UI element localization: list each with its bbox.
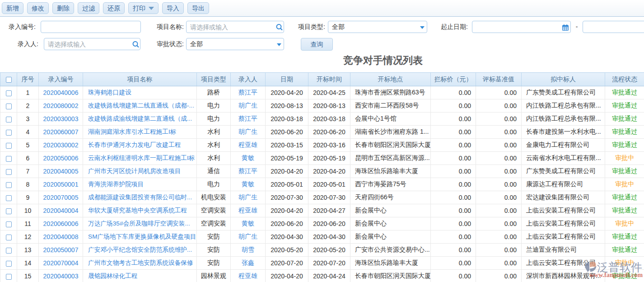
cell-entry-person-link[interactable]: 蔡江平 bbox=[238, 89, 257, 96]
cell-project-name-link[interactable]: 改建铁路成渝线增建第二直通线（成... bbox=[88, 115, 192, 122]
cell-project-name: 广州市天河区统计局机房改造项目 bbox=[83, 165, 197, 178]
calendar-icon[interactable] bbox=[562, 24, 569, 31]
status-badge[interactable]: 审批中 bbox=[615, 180, 634, 188]
print-button[interactable]: 打印 bbox=[128, 2, 159, 14]
row-checkbox[interactable] bbox=[6, 221, 12, 227]
status-badge[interactable]: 审批通过 bbox=[612, 89, 637, 96]
cell-entry-person-link[interactable]: 胡雪 bbox=[242, 246, 254, 253]
row-checkbox[interactable] bbox=[6, 235, 12, 240]
cell-entry-person-link[interactable]: 黄敏 bbox=[242, 180, 254, 188]
cell-project-name-link[interactable]: 珠海鹤港口建设 bbox=[88, 89, 131, 96]
export-button[interactable]: 导出 bbox=[187, 2, 209, 14]
status-badge[interactable]: 审批通过 bbox=[612, 193, 637, 201]
cell-project-name-link[interactable]: 成都能源建设集团投资有限公司临时... bbox=[88, 194, 192, 201]
delete-button[interactable]: 删除 bbox=[52, 2, 74, 14]
status-badge[interactable]: 审批中 bbox=[615, 259, 634, 266]
cell-entry-code-link[interactable]: 2020080002 bbox=[43, 102, 79, 109]
row-checkbox[interactable] bbox=[6, 103, 12, 109]
row-checkbox[interactable] bbox=[6, 274, 12, 280]
row-checkbox[interactable] bbox=[6, 182, 12, 188]
approval-status-select[interactable]: 全部 bbox=[186, 38, 284, 50]
cell-project-name-link[interactable]: 广州市天河区统计局机房改造项目 bbox=[88, 168, 181, 174]
status-badge[interactable]: 审批通过 bbox=[612, 167, 637, 174]
cell-entry-code-link[interactable]: 2020030002 bbox=[43, 141, 79, 149]
cell-entry-code-link[interactable]: 2020070005 bbox=[43, 194, 79, 201]
cell-project-name-link[interactable]: SM广场地下车库更换摄像机及硬盘项目 bbox=[88, 233, 196, 240]
cell-entry-person-link[interactable]: 胡广生 bbox=[238, 233, 257, 240]
cell-entry-person-link[interactable]: 张鑫 bbox=[242, 259, 254, 266]
row-checkbox[interactable] bbox=[6, 248, 12, 254]
row-checkbox[interactable] bbox=[6, 208, 12, 214]
cell-entry-code-link[interactable]: 2020040008 bbox=[43, 233, 79, 240]
cell-entry-code-link[interactable]: 2020040004 bbox=[43, 207, 79, 214]
cell-project-name-link[interactable]: 改建铁路线增建第二线直通线（成都-... bbox=[88, 102, 194, 109]
row-checkbox[interactable] bbox=[6, 130, 12, 136]
search-icon[interactable] bbox=[275, 24, 283, 31]
cell-entry-person-link[interactable]: 胡广生 bbox=[238, 102, 257, 109]
cell-entry-person-link[interactable]: 蔡江平 bbox=[238, 115, 257, 122]
status-badge[interactable]: 审批通过 bbox=[612, 115, 637, 122]
cell-checkbox bbox=[0, 257, 17, 270]
status-badge[interactable]: 审批通过 bbox=[612, 233, 637, 240]
cell-entry-code-link[interactable]: 2020030003 bbox=[43, 115, 79, 122]
row-checkbox[interactable] bbox=[6, 156, 12, 162]
row-checkbox[interactable] bbox=[6, 143, 12, 149]
status-badge[interactable]: 审批通过 bbox=[612, 102, 637, 109]
cell-checkbox bbox=[0, 244, 17, 257]
status-badge[interactable]: 审批通过 bbox=[612, 272, 637, 279]
cell-entry-person-link[interactable]: 黄敏 bbox=[242, 220, 254, 227]
row-checkbox[interactable] bbox=[6, 90, 12, 96]
entry-code-input[interactable] bbox=[41, 21, 141, 33]
date-from-input[interactable] bbox=[472, 21, 571, 33]
cell-entry-code-link[interactable]: 2020070004 bbox=[43, 259, 79, 267]
row-checkbox[interactable] bbox=[6, 117, 12, 122]
cell-project-name-link[interactable]: 晟铭园林绿化工程 bbox=[88, 273, 138, 279]
status-badge[interactable]: 审批通过 bbox=[612, 128, 637, 135]
filter-button[interactable]: 过滤 bbox=[78, 2, 99, 14]
project-name-input[interactable] bbox=[186, 21, 284, 33]
cell-entry-person-link[interactable]: 蔡江平 bbox=[238, 167, 257, 174]
search-icon[interactable] bbox=[132, 41, 139, 48]
select-all-checkbox[interactable] bbox=[6, 77, 12, 83]
new-button[interactable]: 新增 bbox=[2, 2, 23, 14]
date-to-input[interactable] bbox=[583, 21, 644, 33]
cell-entry-code-link[interactable]: 2020060007 bbox=[43, 128, 79, 136]
import-button[interactable]: 导入 bbox=[162, 2, 184, 14]
cell-entry-person-link[interactable]: 胡广生 bbox=[238, 128, 257, 135]
row-checkbox[interactable] bbox=[6, 169, 12, 175]
cell-project-name-link[interactable]: 华软大厦研究基地中央空调系统工程 bbox=[88, 207, 187, 214]
cell-entry-person-link[interactable]: 胡广生 bbox=[238, 193, 257, 201]
status-badge[interactable]: 审批通过 bbox=[612, 246, 637, 253]
cell-project-type: 水利 bbox=[197, 139, 231, 152]
query-button[interactable]: 查询 bbox=[301, 38, 333, 51]
cell-entry-code-link[interactable]: 2020040006 bbox=[43, 89, 79, 96]
project-type-select[interactable]: 全部 bbox=[328, 21, 427, 33]
cell-entry-code-link[interactable]: 2020050006 bbox=[43, 155, 79, 162]
status-badge[interactable]: 审批中 bbox=[615, 220, 634, 227]
edit-button[interactable]: 修改 bbox=[27, 2, 49, 14]
row-checkbox[interactable] bbox=[6, 261, 12, 267]
entry-person-input[interactable] bbox=[44, 38, 140, 50]
status-badge[interactable]: 审批通过 bbox=[612, 207, 637, 214]
cell-entry-person-link[interactable]: 黄敏 bbox=[242, 154, 254, 161]
cell-project-name-link[interactable]: 湖南洞庭湖水库引水工程施工I标 bbox=[88, 128, 176, 135]
cell-project-name-link[interactable]: 万达广场35#会所及咖啡厅空调安装... bbox=[88, 220, 190, 227]
cell-entry-code-link[interactable]: 2020040003 bbox=[43, 273, 79, 280]
cell-entry-code-link[interactable]: 2020040005 bbox=[43, 168, 79, 175]
cell-project-name-link[interactable]: 云南水利枢纽潜明水库一期工程施工I标 bbox=[88, 155, 195, 161]
status-badge[interactable]: 审批中 bbox=[615, 154, 634, 161]
cell-entry-person-link[interactable]: 程亚雄 bbox=[238, 272, 257, 279]
cell-entry-code-link[interactable]: 2020060006 bbox=[43, 220, 79, 227]
cell-entry-person-link[interactable]: 程亚雄 bbox=[238, 207, 257, 214]
status-badge[interactable]: 审批通过 bbox=[612, 141, 637, 148]
cell-entry-person-link[interactable]: 程亚雄 bbox=[238, 141, 257, 148]
cell-project-name-link[interactable]: 广州市文物考古工地安防系统设备保修 bbox=[88, 259, 193, 266]
cell-entry-code-link[interactable]: 2020050001 bbox=[43, 181, 79, 188]
row-checkbox[interactable] bbox=[6, 195, 12, 201]
cell-open-place-text: 海珠区怡乐路瑜丰大厦 bbox=[355, 259, 418, 266]
restore-button[interactable]: 还原 bbox=[103, 2, 125, 14]
cell-project-name-link[interactable]: 广安邓小平纪念馆安全防范系统维护... bbox=[88, 246, 192, 253]
cell-project-name-link[interactable]: 青海洪湖养护院项目 bbox=[88, 181, 144, 188]
cell-entry-code-link[interactable]: 2020050007 bbox=[43, 246, 79, 254]
cell-project-name-link[interactable]: 长春市伊通河水力发电厂改建工程 bbox=[88, 141, 181, 148]
